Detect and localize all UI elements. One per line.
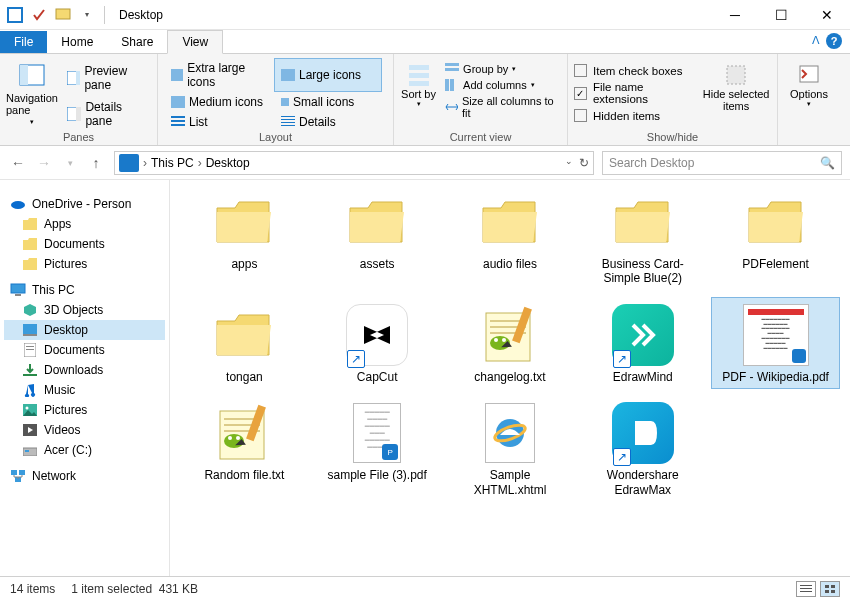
file-icon: ↗ xyxy=(603,302,683,368)
file-item[interactable]: Sample XHTML.xhtml xyxy=(446,395,575,502)
sidebar-pictures-pc[interactable]: Pictures xyxy=(4,400,165,420)
file-item[interactable]: Random file.txt xyxy=(180,395,309,502)
forward-button[interactable]: → xyxy=(34,153,54,173)
recent-dropdown[interactable]: ▾ xyxy=(60,153,80,173)
up-button[interactable]: ↑ xyxy=(86,153,106,173)
qat-chevron-icon[interactable]: ▾ xyxy=(76,4,98,26)
sidebar-onedrive[interactable]: OneDrive - Person xyxy=(4,194,165,214)
view-details-toggle[interactable] xyxy=(796,581,816,597)
file-item[interactable]: ↗EdrawMind xyxy=(578,297,707,389)
tab-share[interactable]: Share xyxy=(107,31,167,53)
hide-selected-button[interactable]: Hide selected items xyxy=(701,58,771,112)
file-item[interactable]: audio files xyxy=(446,184,575,291)
breadcrumb-root[interactable]: This PC xyxy=(151,156,194,170)
sort-by-button[interactable]: Sort by▾ xyxy=(400,58,437,108)
svg-rect-62 xyxy=(825,590,829,593)
file-icon xyxy=(204,400,284,466)
preview-pane-button[interactable]: Preview pane xyxy=(63,62,151,94)
file-label: Sample XHTML.xhtml xyxy=(455,468,565,497)
group-by-button[interactable]: Group by ▾ xyxy=(441,62,561,76)
tab-view[interactable]: View xyxy=(167,30,223,54)
back-button[interactable]: ← xyxy=(8,153,28,173)
sidebar-videos[interactable]: Videos xyxy=(4,420,165,440)
file-icon xyxy=(603,189,683,255)
svg-rect-23 xyxy=(23,334,37,336)
svg-rect-14 xyxy=(445,79,449,91)
sidebar-3d-objects[interactable]: 3D Objects xyxy=(4,300,165,320)
sidebar-documents-pc[interactable]: Documents xyxy=(4,340,165,360)
hidden-items-toggle[interactable]: Hidden items xyxy=(574,109,701,122)
navigation-pane-button[interactable]: Navigation pane ▾ xyxy=(6,58,59,126)
sidebar-music[interactable]: Music xyxy=(4,380,165,400)
qat-dropdown-icon[interactable] xyxy=(52,4,74,26)
view-icons-toggle[interactable] xyxy=(820,581,840,597)
sidebar-desktop[interactable]: Desktop xyxy=(4,320,165,340)
svg-rect-35 xyxy=(19,470,25,475)
svg-rect-59 xyxy=(800,591,812,592)
status-selection: 1 item selected 431 KB xyxy=(71,582,198,596)
details-pane-button[interactable]: Details pane xyxy=(63,98,151,130)
svg-rect-11 xyxy=(409,81,429,86)
sidebar-network[interactable]: Network xyxy=(4,466,165,486)
sidebar-acer-drive[interactable]: Acer (C:) xyxy=(4,440,165,460)
address-bar: ← → ▾ ↑ › This PC › Desktop ⌄ ↻ Search D… xyxy=(0,146,850,180)
file-item[interactable]: Business Card-Simple Blue(2) xyxy=(578,184,707,291)
refresh-icon[interactable]: ↻ xyxy=(579,156,589,170)
svg-point-18 xyxy=(11,201,25,209)
svg-rect-2 xyxy=(56,9,70,19)
search-input[interactable]: Search Desktop 🔍 xyxy=(602,151,842,175)
sidebar-downloads[interactable]: Downloads xyxy=(4,360,165,380)
add-columns-button[interactable]: Add columns ▾ xyxy=(441,78,561,92)
size-columns-button[interactable]: Size all columns to fit xyxy=(441,94,561,120)
close-button[interactable]: ✕ xyxy=(804,0,850,30)
breadcrumb-dropdown-icon[interactable]: ⌄ xyxy=(565,156,573,170)
file-extensions-toggle[interactable]: File name extensions xyxy=(574,81,701,105)
file-icon: ▬▬▬▬▬▬▬▬▬▬▬▬▬▬▬▬▬▬▬▬▬▬▬▬▬▬▬▬▬▬▬▬▬▬▬▬▬▬▬▬… xyxy=(736,302,816,368)
status-item-count: 14 items xyxy=(10,582,55,596)
file-icon xyxy=(470,189,550,255)
breadcrumb[interactable]: › This PC › Desktop ⌄ ↻ xyxy=(114,151,594,175)
ribbon-collapse-icon[interactable]: ᐱ xyxy=(812,34,820,47)
layout-large[interactable]: Large icons xyxy=(274,58,382,92)
file-item[interactable]: changelog.txt xyxy=(446,297,575,389)
navigation-pane-label: Navigation pane xyxy=(6,92,59,116)
file-icon xyxy=(204,189,284,255)
layout-details[interactable]: Details xyxy=(274,112,382,132)
svg-rect-10 xyxy=(409,73,429,78)
file-item[interactable]: ↗Wondershare EdrawMax xyxy=(578,395,707,502)
file-item[interactable]: ↗CapCut xyxy=(313,297,442,389)
breadcrumb-current[interactable]: Desktop xyxy=(206,156,250,170)
help-icon[interactable]: ? xyxy=(826,33,842,49)
svg-rect-61 xyxy=(831,585,835,588)
file-item[interactable]: PDFelement xyxy=(711,184,840,291)
file-label: changelog.txt xyxy=(474,370,545,384)
layout-extra-large[interactable]: Extra large icons xyxy=(164,58,272,92)
maximize-button[interactable]: ☐ xyxy=(758,0,804,30)
svg-rect-9 xyxy=(409,65,429,70)
qat-properties-icon[interactable] xyxy=(28,4,50,26)
navigation-tree: OneDrive - Person Apps Documents Picture… xyxy=(0,180,170,576)
item-checkboxes-toggle[interactable]: Item check boxes xyxy=(574,64,701,77)
sidebar-this-pc[interactable]: This PC xyxy=(4,280,165,300)
file-icon: ↗ xyxy=(337,302,417,368)
sidebar-documents[interactable]: Documents xyxy=(4,234,165,254)
svg-point-42 xyxy=(494,338,498,342)
file-icon xyxy=(470,302,550,368)
minimize-button[interactable]: ─ xyxy=(712,0,758,30)
sidebar-pictures[interactable]: Pictures xyxy=(4,254,165,274)
layout-medium[interactable]: Medium icons xyxy=(164,92,272,112)
file-item[interactable]: tongan xyxy=(180,297,309,389)
tab-home[interactable]: Home xyxy=(47,31,107,53)
sidebar-apps[interactable]: Apps xyxy=(4,214,165,234)
svg-point-43 xyxy=(502,338,506,342)
titlebar: ▾ Desktop ─ ☐ ✕ xyxy=(0,0,850,30)
layout-small[interactable]: Small icons xyxy=(274,92,382,112)
file-item[interactable]: apps xyxy=(180,184,309,291)
file-label: sample File (3).pdf xyxy=(328,468,427,482)
file-item[interactable]: assets xyxy=(313,184,442,291)
layout-list[interactable]: List xyxy=(164,112,272,132)
file-item[interactable]: ▬▬▬▬▬▬▬▬▬▬▬▬▬▬▬▬▬▬▬▬▬▬▬▬▬▬Psample File (… xyxy=(313,395,442,502)
file-item[interactable]: ▬▬▬▬▬▬▬▬▬▬▬▬▬▬▬▬▬▬▬▬▬▬▬▬▬▬▬▬▬▬▬▬▬▬▬▬▬▬▬▬… xyxy=(711,297,840,389)
options-button[interactable]: Options▾ xyxy=(784,58,834,108)
tab-file[interactable]: File xyxy=(0,31,47,53)
